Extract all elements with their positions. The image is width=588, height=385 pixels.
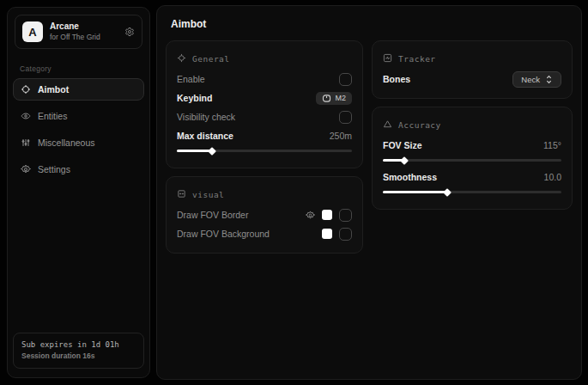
app-subtitle: for Off The Grid	[50, 33, 118, 42]
section-title: General	[192, 54, 230, 64]
fov-background-color-swatch[interactable]	[322, 229, 332, 239]
main-panel: Aimbot General Enable	[156, 5, 582, 380]
fov-size-slider[interactable]	[383, 159, 561, 162]
sidebar-item-miscellaneous[interactable]: Miscellaneous	[13, 131, 144, 154]
sidebar-item-label: Miscellaneous	[38, 138, 95, 148]
app-name: Arcane	[50, 21, 118, 33]
section-title: Accuracy	[398, 120, 441, 130]
sidebar: A Arcane for Off The Grid Category Aimbo…	[7, 7, 150, 378]
section-title: visual	[192, 190, 224, 199]
app-logo: A	[22, 21, 43, 42]
fov-border-label: Draw FOV Border	[177, 210, 248, 220]
max-distance-value: 250m	[330, 131, 352, 141]
max-distance-slider[interactable]	[177, 150, 352, 152]
fov-border-checkbox[interactable]	[339, 209, 352, 222]
keybind-label: Keybind	[177, 93, 212, 103]
sidebar-item-aimbot[interactable]: Aimbot	[13, 78, 144, 101]
fov-border-color-swatch[interactable]	[322, 210, 332, 220]
smoothness-label: Smoothness	[383, 172, 437, 182]
general-section: General Enable Keybind M2	[166, 40, 363, 168]
fov-size-label: FOV Size	[383, 140, 422, 150]
max-distance-row: Max distance 250m	[177, 126, 352, 145]
category-nav: Aimbot Entities Miscellaneous Settings	[8, 78, 149, 180]
visibility-row: Visibility check	[177, 107, 352, 126]
mouse-icon	[322, 95, 331, 102]
smoothness-slider[interactable]	[383, 191, 561, 193]
fov-size-row: FOV Size 115°	[383, 136, 561, 155]
sidebar-item-settings[interactable]: Settings	[13, 158, 144, 180]
tracker-section: Tracker Bones Neck	[372, 40, 573, 99]
activity-icon	[383, 51, 392, 66]
slider-thumb[interactable]	[443, 188, 452, 197]
fov-border-row: Draw FOV Border	[177, 205, 352, 224]
visual-section: visual Draw FOV Border Draw F	[166, 176, 363, 254]
sidebar-item-label: Settings	[38, 164, 70, 174]
crosshair-icon	[21, 84, 31, 95]
sidebar-item-label: Entities	[38, 111, 67, 121]
smoothness-value: 10.0	[544, 172, 561, 182]
visibility-checkbox[interactable]	[339, 111, 352, 124]
subscription-status-card: Sub expires in 1d 01h Session duration 1…	[13, 333, 144, 369]
frame-icon	[177, 186, 186, 202]
accuracy-section: Accuracy FOV Size 115° Smoothness 10.0	[372, 107, 573, 210]
keybind-row: Keybind M2	[177, 89, 352, 107]
visibility-label: Visibility check	[177, 112, 235, 122]
fov-background-checkbox[interactable]	[339, 228, 352, 241]
slider-thumb[interactable]	[208, 147, 216, 156]
fov-size-value: 115°	[543, 140, 561, 150]
bones-select[interactable]: Neck	[512, 71, 561, 88]
sliders-icon	[21, 138, 31, 148]
settings-gear-icon[interactable]	[124, 27, 135, 37]
bones-selected-value: Neck	[521, 75, 540, 84]
page-title: Aimbot	[171, 18, 573, 30]
enable-row: Enable	[177, 70, 352, 89]
enable-checkbox[interactable]	[339, 73, 352, 86]
smoothness-row: Smoothness 10.0	[383, 168, 561, 186]
fov-background-label: Draw FOV Background	[177, 229, 270, 239]
eye-icon	[21, 111, 31, 121]
enable-label: Enable	[177, 74, 205, 84]
section-title: Tracker	[398, 54, 436, 64]
bones-label: Bones	[383, 74, 410, 84]
max-distance-label: Max distance	[177, 131, 233, 141]
app-window: A Arcane for Off The Grid Category Aimbo…	[0, 0, 588, 385]
chevrons-up-down-icon	[545, 75, 553, 84]
keybind-value: M2	[336, 94, 347, 102]
session-duration-text: Session duration 16s	[21, 351, 136, 362]
fov-background-row: Draw FOV Background	[177, 224, 352, 243]
gear-icon	[21, 164, 31, 174]
brand-card: A Arcane for Off The Grid	[15, 15, 142, 49]
sidebar-item-entities[interactable]: Entities	[13, 105, 144, 127]
crosshair-icon	[177, 51, 186, 66]
sub-expiry-text: Sub expires in 1d 01h	[21, 339, 136, 351]
triangle-icon	[383, 117, 392, 132]
gear-icon[interactable]	[306, 211, 315, 220]
bones-row: Bones Neck	[383, 70, 561, 89]
slider-thumb[interactable]	[400, 156, 409, 165]
sidebar-item-label: Aimbot	[38, 84, 69, 95]
category-label: Category	[20, 64, 149, 73]
keybind-button[interactable]: M2	[316, 92, 353, 105]
